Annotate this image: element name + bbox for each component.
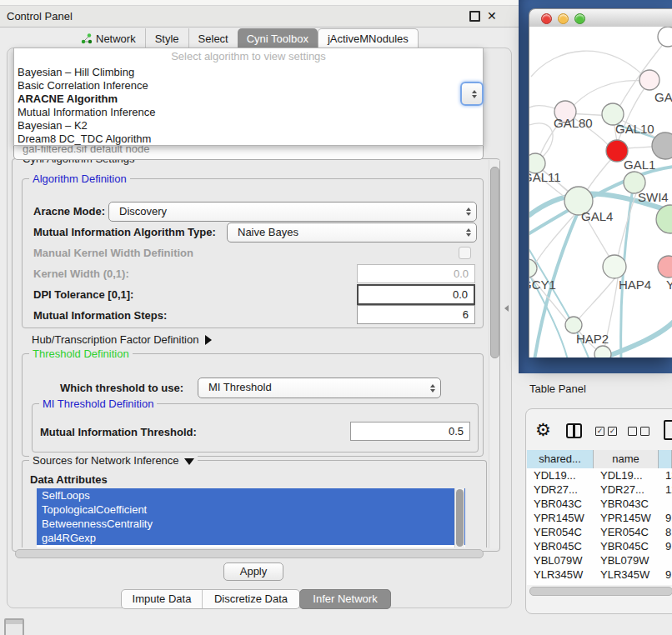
- attributes-list-scrollbar[interactable]: [454, 488, 464, 548]
- table-cell: 9.: [665, 511, 672, 525]
- minimize-traffic-light-icon[interactable]: [558, 13, 569, 24]
- stepper-arrows-icon: [464, 202, 472, 221]
- split-columns-icon[interactable]: [566, 423, 582, 438]
- scrollbar-thumb[interactable]: [15, 549, 484, 558]
- dropdown-item[interactable]: Bayesian – Hill Climbing: [18, 66, 479, 79]
- attribute-list-item[interactable]: TopologicalCoefficient: [37, 502, 465, 517]
- node-label: GAL: [654, 90, 672, 104]
- column-header[interactable]: [659, 450, 672, 468]
- mi-threshold-definition-title: MI Threshold Definition: [39, 398, 157, 410]
- dropdown-item[interactable]: ARACNE Algorithm: [18, 92, 479, 106]
- table-row[interactable]: YBL079WYBL079W: [527, 553, 672, 568]
- settings-horizontal-scrollbar[interactable]: [13, 549, 485, 558]
- table-row[interactable]: YBR043CYBR043C: [527, 497, 672, 511]
- network-window-titlebar[interactable]: [529, 8, 672, 28]
- which-threshold-label: Which threshold to use:: [60, 382, 183, 394]
- network-node-hap4[interactable]: [603, 255, 626, 278]
- unchecked-checkbox-icon[interactable]: [640, 427, 649, 436]
- kernel-width-field[interactable]: 0.0: [357, 264, 475, 283]
- gear-icon[interactable]: ⚙: [535, 420, 551, 440]
- page-icon[interactable]: [664, 420, 672, 440]
- algorithm-dropdown-popup: Select algorithm to view settings Bayesi…: [13, 48, 484, 146]
- manual-kernel-checkbox[interactable]: [459, 247, 471, 259]
- mi-steps-field[interactable]: 6: [357, 305, 475, 324]
- checked-checkbox-icon[interactable]: ✓: [595, 427, 604, 436]
- minimized-panel-icon[interactable]: [4, 618, 24, 635]
- stepper-arrows-icon: [429, 378, 436, 398]
- table-panel-title: Table Panel: [529, 382, 586, 395]
- tab-select[interactable]: Select: [188, 28, 238, 48]
- network-node[interactable]: [658, 27, 672, 47]
- table-row[interactable]: YER054CYER054C8.: [527, 525, 672, 539]
- data-attributes-label: Data Attributes: [30, 473, 108, 486]
- aracne-mode-combo[interactable]: Discovery: [108, 202, 477, 222]
- data-attributes-list[interactable]: SelfLoopsTopologicalCoefficientBetweenne…: [37, 488, 465, 548]
- node-label: GAL10: [615, 122, 654, 136]
- network-node[interactable]: [594, 346, 611, 358]
- algorithm-combo-stepper[interactable]: [460, 82, 484, 106]
- which-threshold-combo[interactable]: MI Threshold: [198, 378, 441, 398]
- attribute-list-item[interactable]: BetweennessCentrality: [37, 517, 465, 531]
- network-node-y[interactable]: [658, 256, 672, 278]
- node-label: GAL4: [581, 209, 613, 223]
- sources-title[interactable]: Sources for Network Inference: [29, 454, 198, 467]
- table-cell: YBR043C: [534, 497, 582, 511]
- network-canvas[interactable]: GALGAL80GAL10GAL1GAL11SWI4GAL4GCY1HAP4YH…: [529, 27, 672, 358]
- float-window-icon[interactable]: [469, 11, 480, 22]
- table-cell: YBR045C: [600, 539, 649, 553]
- tab-discretize-data[interactable]: Discretize Data: [203, 590, 299, 608]
- tab-jactivemnodules[interactable]: jActiveMNodules: [318, 28, 419, 48]
- table-row[interactable]: YBR045CYBR045C9.: [527, 539, 672, 553]
- dropdown-item[interactable]: Dream8 DC_TDC Algorithm: [18, 132, 479, 146]
- checked-checkbox-icon[interactable]: ✓: [608, 427, 617, 436]
- kernel-width-label: Kernel Width (0,1):: [33, 268, 129, 280]
- stepper-arrows-icon: [470, 83, 478, 104]
- table-row[interactable]: YPR145WYPR145W9.: [527, 511, 672, 525]
- tab-network[interactable]: Network: [72, 28, 145, 48]
- column-header[interactable]: shared...: [527, 450, 594, 468]
- dpi-tolerance-field[interactable]: 0.0: [357, 284, 475, 305]
- table-cell: YBR045C: [534, 539, 582, 553]
- hub-definition-expander[interactable]: Hub/Transcription Factor Definition: [32, 333, 212, 346]
- zoom-traffic-light-icon[interactable]: [574, 13, 585, 24]
- tab-cyni-toolbox[interactable]: Cyni Toolbox: [238, 28, 318, 48]
- attribute-list-item[interactable]: SelfLoops: [37, 488, 465, 502]
- tab-impute-data[interactable]: Impute Data: [122, 590, 203, 608]
- node-label: Y: [666, 278, 672, 292]
- tab-infer-network[interactable]: Infer Network: [299, 589, 391, 609]
- table-cell: YBL079W: [534, 553, 583, 568]
- table-header[interactable]: shared...name: [527, 450, 672, 469]
- table-row[interactable]: YIL052CYIL052C9.: [527, 582, 672, 585]
- network-node-hap2[interactable]: [565, 317, 582, 333]
- mi-type-combo[interactable]: Naive Bayes: [227, 222, 477, 242]
- hub-definition-label: Hub/Transcription Factor Definition: [32, 333, 198, 346]
- table-cell: YBL079W: [600, 553, 649, 568]
- scrollbar-thumb[interactable]: [529, 587, 672, 596]
- table-cell: YER054C: [534, 525, 582, 539]
- apply-button[interactable]: Apply: [223, 562, 283, 581]
- tab-style[interactable]: Style: [145, 28, 188, 48]
- table-row[interactable]: YDR27...YDR27...12: [527, 482, 672, 497]
- column-header[interactable]: name: [594, 450, 659, 468]
- dropdown-item[interactable]: Mutual Information Inference: [18, 106, 479, 119]
- unchecked-checkbox-icon[interactable]: [628, 427, 637, 436]
- dropdown-item[interactable]: Basic Correlation Inference: [18, 79, 479, 92]
- table-cell: YIL052C: [534, 582, 576, 585]
- table-cell: YPR145W: [600, 511, 651, 525]
- dropdown-item[interactable]: Bayesian – K2: [18, 119, 479, 132]
- tab-jactivemnodules-label: jActiveMNodules: [328, 32, 409, 45]
- close-traffic-light-icon[interactable]: [541, 13, 552, 24]
- network-node-gal[interactable]: [639, 70, 659, 90]
- mi-threshold-field[interactable]: 0.5: [350, 422, 470, 441]
- table-cell: 13: [665, 468, 672, 482]
- table-horizontal-scrollbar[interactable]: [527, 586, 672, 596]
- settings-vertical-scrollbar[interactable]: [489, 160, 499, 548]
- table-row[interactable]: YLR345WYLR345W9.: [527, 568, 672, 582]
- table-row[interactable]: YDL19...YDL19...13: [527, 468, 672, 482]
- attribute-list-item[interactable]: gal4RGexp: [37, 531, 465, 545]
- dpi-tolerance-label: DPI Tolerance [0,1]:: [33, 288, 133, 301]
- close-icon[interactable]: ✕: [487, 6, 497, 27]
- table-cell: YDL19...: [534, 468, 576, 482]
- scrollbar-thumb[interactable]: [490, 167, 499, 358]
- panel-divider-arrow[interactable]: [504, 305, 509, 312]
